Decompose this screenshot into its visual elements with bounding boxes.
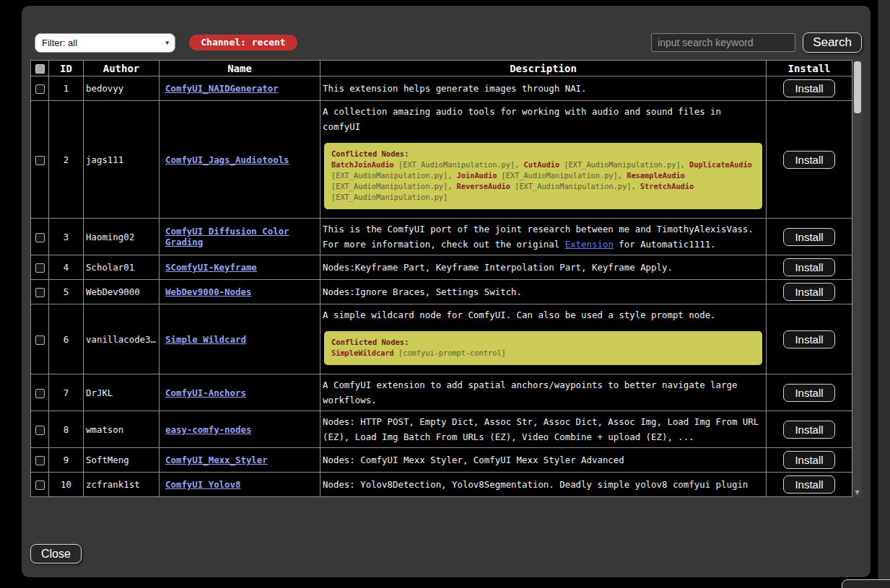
row-checkbox[interactable] <box>35 233 45 242</box>
install-button[interactable]: Install <box>783 151 834 169</box>
row-checkbox[interactable] <box>35 156 45 165</box>
nodes-table-body: 1bedovyyComfyUI_NAIDGeneratorThis extens… <box>31 76 852 497</box>
description-text: Nodes:Ignore Braces, Settings Switch. <box>323 284 764 299</box>
row-checkbox[interactable] <box>35 84 45 94</box>
row-author: vanillacode314 <box>86 334 157 345</box>
extension-name-link[interactable]: ComfyUI_Jags_Audiotools <box>165 154 289 165</box>
row-description-cell: Nodes: HTTP POST, Empty Dict, Assoc Str,… <box>320 411 767 448</box>
conflict-node-name: SimpleWildcard <box>331 348 394 357</box>
install-cell: Install <box>767 448 852 473</box>
install-button[interactable]: Install <box>783 330 834 348</box>
row-checkbox[interactable] <box>35 263 45 273</box>
row-id: 3 <box>49 219 84 255</box>
filter-select[interactable]: Filter: all <box>35 33 175 53</box>
conflicted-nodes-box: Conflicted Nodes:SimpleWildcard [comfyui… <box>324 331 762 365</box>
row-checkbox[interactable] <box>35 456 45 465</box>
conflicted-nodes-list: BatchJoinAudio [EXT_AudioManipulation.py… <box>331 159 755 203</box>
install-button[interactable]: Install <box>783 79 834 97</box>
table-scrollbar[interactable]: ▼ <box>852 60 862 497</box>
row-description-cell: Nodes:Keyframe Part, Keyframe Interpolat… <box>320 255 767 280</box>
conflicted-nodes-title: Conflicted Nodes: <box>331 338 755 346</box>
row-checkbox[interactable] <box>35 288 45 297</box>
table-zone: ID Author Name Description Install 1bedo… <box>30 60 862 497</box>
toolbar-search-group: Search <box>651 32 862 53</box>
extension-name-link[interactable]: ComfyUI_Mexx_Styler <box>165 455 268 465</box>
row-checkbox[interactable] <box>35 426 45 435</box>
install-button[interactable]: Install <box>783 421 834 439</box>
row-id: 6 <box>49 304 84 374</box>
row-description-cell: Nodes:Ignore Braces, Settings Switch. <box>320 280 767 304</box>
channel-badge: Channel: recent <box>189 35 297 51</box>
conflicted-nodes-box: Conflicted Nodes:BatchJoinAudio [EXT_Aud… <box>324 143 762 209</box>
description-link[interactable]: Extension <box>565 239 614 250</box>
install-button[interactable]: Install <box>783 283 834 301</box>
install-button[interactable]: Install <box>783 228 834 246</box>
conflict-node-source: [EXT_AudioManipulation.py] <box>331 182 448 190</box>
install-cell: Install <box>767 76 852 101</box>
extension-name-link[interactable]: ComfyUI Diffusion Color Grading <box>165 226 289 247</box>
row-name-cell: easy-comfy-nodes <box>160 411 320 448</box>
row-author-cell: wmatson <box>84 411 160 448</box>
description-text: Nodes: Yolov8Detection, Yolov8Segmentati… <box>323 477 764 492</box>
close-button[interactable]: Close <box>30 544 82 563</box>
row-description-cell: Nodes: ComfyUI Mexx Styler, ComfyUI Mexx… <box>320 448 767 473</box>
row-checkbox-cell <box>31 473 49 497</box>
table-row: 1bedovyyComfyUI_NAIDGeneratorThis extens… <box>31 76 852 101</box>
row-description-cell: This is the ComfyUI port of the joint re… <box>320 219 767 255</box>
row-author: WebDev9000 <box>86 286 157 297</box>
extension-name-link[interactable]: ComfyUI-Anchors <box>165 387 246 398</box>
row-name-cell: ComfyUI Diffusion Color Grading <box>160 219 320 255</box>
header-id: ID <box>49 61 84 76</box>
extension-name-link[interactable]: SComfyUI-Keyframe <box>165 262 257 273</box>
install-cell: Install <box>767 280 852 304</box>
install-button[interactable]: Install <box>783 475 834 493</box>
description-text: Nodes: ComfyUI Mexx Styler, ComfyUI Mexx… <box>323 452 764 468</box>
row-name-cell: ComfyUI_NAIDGenerator <box>160 76 320 101</box>
conflict-node-source: [comfyui-prompt-control] <box>398 348 506 357</box>
header-author: Author <box>84 61 160 76</box>
search-input[interactable] <box>651 33 795 52</box>
search-button[interactable]: Search <box>803 32 862 53</box>
header-name: Name <box>160 61 320 76</box>
row-name-cell: SComfyUI-Keyframe <box>160 255 320 280</box>
row-checkbox-cell <box>31 411 49 448</box>
row-checkbox[interactable] <box>35 389 45 398</box>
row-id: 7 <box>49 374 84 411</box>
select-all-checkbox[interactable] <box>35 64 45 74</box>
conflict-node-name: ResampleAudio <box>627 171 685 180</box>
extension-name-link[interactable]: ComfyUI_NAIDGenerator <box>165 83 279 94</box>
description-text: A ComfyUI extension to add spatial ancho… <box>323 377 764 408</box>
partial-background-button[interactable] <box>842 579 890 588</box>
table-row: 5WebDev9000WebDev9000-NodesNodes:Ignore … <box>31 280 852 304</box>
scrollbar-thumb[interactable] <box>854 61 861 113</box>
install-button[interactable]: Install <box>783 384 834 402</box>
row-name-cell: ComfyUI_Jags_Audiotools <box>160 101 320 219</box>
conflict-node-source: [EXT_AudioManipulation.py] <box>502 171 618 180</box>
table-row: 8wmatsoneasy-comfy-nodesNodes: HTTP POST… <box>31 411 852 448</box>
conflict-node-name: BatchJoinAudio <box>331 160 394 169</box>
conflict-node-name: JoinAudio <box>457 171 497 180</box>
extension-name-link[interactable]: easy-comfy-nodes <box>165 424 251 435</box>
table-row: 9SoftMengComfyUI_Mexx_StylerNodes: Comfy… <box>31 448 852 473</box>
scrollbar-down-arrow[interactable]: ▼ <box>852 489 862 496</box>
row-id: 4 <box>49 255 84 280</box>
conflict-node-source: [EXT_AudioManipulation.py] <box>564 160 680 169</box>
row-description-cell: This extension helps generate images thr… <box>320 76 767 101</box>
install-button[interactable]: Install <box>783 451 834 469</box>
extension-name-link[interactable]: WebDev9000-Nodes <box>165 286 251 297</box>
background-panel-edge <box>878 0 890 588</box>
install-cell: Install <box>767 304 852 374</box>
conflicted-nodes-list: SimpleWildcard [comfyui-prompt-control] <box>331 348 755 359</box>
row-checkbox[interactable] <box>35 481 45 490</box>
extension-name-link[interactable]: ComfyUI Yolov8 <box>165 479 240 490</box>
row-id: 9 <box>49 448 84 473</box>
table-row: 7DrJKLComfyUI-AnchorsA ComfyUI extension… <box>31 374 852 411</box>
install-cell: Install <box>767 411 852 448</box>
row-checkbox[interactable] <box>35 335 45 345</box>
row-author: zcfrank1st <box>86 479 157 490</box>
install-cell: Install <box>767 255 852 280</box>
filter-select-wrap: Filter: all ▼ <box>35 33 175 53</box>
extension-name-link[interactable]: Simple Wildcard <box>165 334 246 345</box>
install-button[interactable]: Install <box>783 258 834 276</box>
header-description: Description <box>320 61 767 76</box>
